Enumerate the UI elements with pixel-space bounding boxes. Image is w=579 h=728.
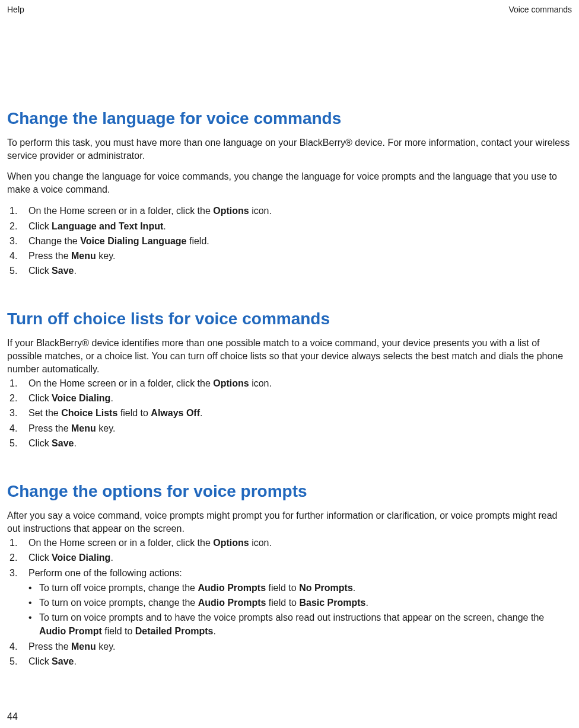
- step-item: Change the Voice Dialing Language field.: [7, 234, 572, 248]
- step-item: On the Home screen or in a folder, click…: [7, 376, 572, 390]
- section-1-intro-1: To perform this task, you must have more…: [7, 136, 572, 162]
- section-1-intro-2: When you change the language for voice c…: [7, 170, 572, 196]
- header-left: Help: [7, 5, 24, 14]
- section-title-2: Turn off choice lists for voice commands: [7, 309, 572, 328]
- page-content: Change the language for voice commands T…: [7, 14, 572, 668]
- step-item: Press the Menu key.: [7, 249, 572, 263]
- section-title-1: Change the language for voice commands: [7, 109, 572, 128]
- section-3-intro-1: After you say a voice command, voice pro…: [7, 509, 572, 535]
- step-item: Click Voice Dialing.: [7, 391, 572, 405]
- step-item: Click Save.: [7, 436, 572, 450]
- section-title-3: Change the options for voice prompts: [7, 482, 572, 501]
- step-item: Click Save.: [7, 264, 572, 277]
- sublist-item: To turn on voice prompts and to have the…: [28, 611, 572, 638]
- step-item: Set the Choice Lists field to Always Off…: [7, 406, 572, 420]
- step-item: On the Home screen or in a folder, click…: [7, 204, 572, 218]
- header-right: Voice commands: [508, 5, 572, 14]
- page-number: 44: [7, 711, 18, 722]
- step-item: Click Voice Dialing.: [7, 551, 572, 564]
- step-item: Press the Menu key.: [7, 640, 572, 653]
- section-1-steps: On the Home screen or in a folder, click…: [7, 204, 572, 277]
- step-item: Click Save.: [7, 654, 572, 668]
- section-3-sublist: To turn off voice prompts, change the Au…: [28, 581, 572, 638]
- page-header: Help Voice commands: [7, 5, 572, 14]
- step-item: Click Language and Text Input.: [7, 219, 572, 233]
- sublist-item: To turn off voice prompts, change the Au…: [28, 581, 572, 595]
- step-item: Press the Menu key.: [7, 422, 572, 435]
- sublist-item: To turn on voice prompts, change the Aud…: [28, 596, 572, 609]
- section-2-intro-1: If your BlackBerry® device identifies mo…: [7, 337, 572, 375]
- section-2-steps: On the Home screen or in a folder, click…: [7, 376, 572, 450]
- step-item: On the Home screen or in a folder, click…: [7, 536, 572, 550]
- section-3-steps: On the Home screen or in a folder, click…: [7, 536, 572, 668]
- step-item: Perform one of the following actions: To…: [7, 566, 572, 638]
